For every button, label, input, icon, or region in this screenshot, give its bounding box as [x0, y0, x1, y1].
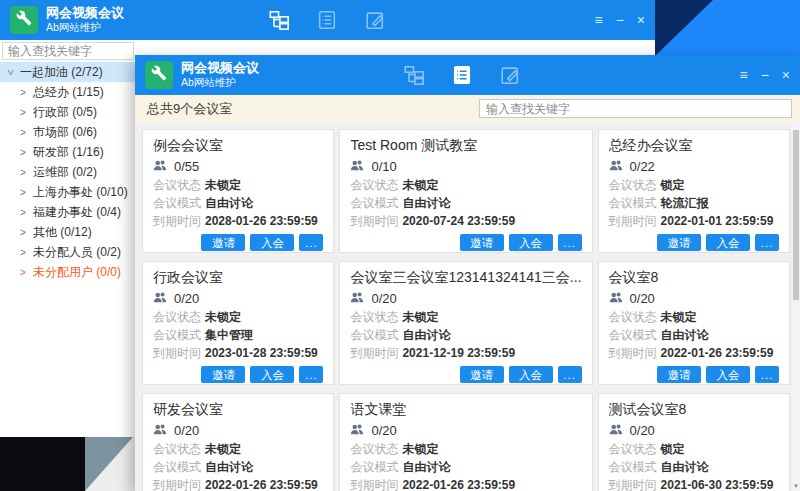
- invite-button[interactable]: 邀请: [657, 366, 701, 383]
- more-button[interactable]: ...: [558, 234, 582, 251]
- occupancy-count: 0/20: [174, 291, 199, 306]
- status-label: 会议状态: [350, 178, 402, 192]
- chevron-icon: >: [18, 187, 28, 198]
- tree-item[interactable]: > 运维部 (0/2): [0, 162, 135, 182]
- occupancy-count: 0/20: [371, 291, 396, 306]
- expire-value: 2022-01-01 23:59:59: [661, 214, 774, 228]
- tree-item[interactable]: > 行政部 (0/5): [0, 102, 135, 122]
- room-name: 总经办会议室: [609, 137, 779, 154]
- meeting-list-icon[interactable]: [451, 64, 473, 86]
- join-button[interactable]: 入会: [509, 366, 553, 383]
- tree-item[interactable]: > 上海办事处 (0/10): [0, 182, 135, 202]
- join-button[interactable]: 入会: [509, 234, 553, 251]
- chevron-icon: >: [5, 67, 16, 77]
- invite-button[interactable]: 邀请: [657, 234, 701, 251]
- invite-button[interactable]: 邀请: [460, 234, 504, 251]
- titlebar: 网会视频会议 Ab网站维护 ≡ − ×: [135, 55, 800, 95]
- edit-icon[interactable]: [364, 9, 386, 31]
- org-chart-icon[interactable]: [268, 9, 290, 31]
- mode-row: 会议模式 轮流汇报: [609, 196, 779, 210]
- mode-label: 会议模式: [350, 196, 402, 210]
- card-buttons: 邀请 入会 ...: [350, 366, 581, 383]
- card-buttons: 邀请 入会 ...: [609, 234, 779, 251]
- participants-icon: [153, 423, 167, 439]
- contact-search-input[interactable]: [2, 42, 134, 60]
- meeting-room-card: 行政会议室 0/20 会议状态 未锁定 会议模式 集中管理 到期时间 2023-…: [142, 261, 334, 385]
- close-button[interactable]: ×: [782, 55, 790, 95]
- expire-row: 到期时间 2021-06-30 23:59:59: [609, 478, 779, 491]
- mode-label: 会议模式: [350, 328, 402, 342]
- desktop-wallpaper: [655, 0, 800, 56]
- more-button[interactable]: ...: [755, 234, 779, 251]
- expire-value: 2028-01-26 23:59:59: [205, 214, 318, 228]
- status-value: 锁定: [661, 178, 685, 192]
- room-name: 语文课堂: [350, 401, 581, 418]
- card-buttons: 邀请 入会 ...: [153, 366, 323, 383]
- room-name: 会议室三会议室123141324141三会...: [350, 269, 581, 286]
- status-value: 未锁定: [205, 178, 241, 192]
- tree-item[interactable]: > 市场部 (0/6): [0, 122, 135, 142]
- tree-item[interactable]: > 一起加油 (2/72): [0, 62, 135, 82]
- wrench-icon: [16, 10, 32, 30]
- invite-button[interactable]: 邀请: [201, 234, 245, 251]
- occupancy-count: 0/10: [371, 159, 396, 174]
- join-button[interactable]: 入会: [706, 234, 750, 251]
- status-value: 未锁定: [402, 178, 438, 192]
- menu-button[interactable]: ≡: [739, 55, 747, 95]
- mode-label: 会议模式: [153, 460, 205, 474]
- more-button[interactable]: ...: [558, 366, 582, 383]
- tree-item[interactable]: > 其他 (0/12): [0, 222, 135, 242]
- scrollbar-thumb[interactable]: [793, 130, 799, 300]
- meeting-room-card: 例会会议室 0/55 会议状态 未锁定 会议模式 自由讨论 到期时间 2028-…: [142, 129, 334, 253]
- status-value: 未锁定: [402, 310, 438, 324]
- minimize-button[interactable]: −: [761, 55, 769, 95]
- room-card-grid: 例会会议室 0/55 会议状态 未锁定 会议模式 自由讨论 到期时间 2028-…: [142, 129, 790, 491]
- tree-item-label: 总经办 (1/15): [33, 84, 104, 101]
- org-chart-icon[interactable]: [403, 64, 425, 86]
- minimize-button[interactable]: −: [616, 0, 624, 40]
- close-button[interactable]: ×: [637, 0, 645, 40]
- app-subtitle: Ab网站维护: [181, 76, 259, 89]
- room-search-input[interactable]: [479, 99, 792, 118]
- titlebar-toolbar: [268, 9, 386, 31]
- status-label: 会议状态: [350, 442, 402, 456]
- mode-row: 会议模式 自由讨论: [609, 460, 779, 474]
- meeting-room-card: 总经办会议室 0/22 会议状态 锁定 会议模式 轮流汇报 到期时间 2022-…: [598, 129, 790, 253]
- scroll-down-arrow[interactable]: ▾: [792, 482, 800, 490]
- meeting-room-card: 测试会议室8 0/20 会议状态 锁定 会议模式 自由讨论 到期时间 2021-…: [598, 393, 790, 491]
- chevron-icon: >: [18, 267, 28, 278]
- chevron-icon: >: [18, 227, 28, 238]
- meeting-list-icon[interactable]: [316, 9, 338, 31]
- mode-value: 自由讨论: [402, 328, 450, 342]
- more-button[interactable]: ...: [299, 366, 323, 383]
- edit-icon[interactable]: [499, 64, 521, 86]
- expire-row: 到期时间 2022-01-26 23:59:59: [153, 478, 323, 491]
- expire-label: 到期时间: [153, 214, 205, 228]
- occupancy-count: 0/20: [630, 291, 655, 306]
- tree-item-label: 市场部 (0/6): [33, 124, 97, 141]
- tree-item[interactable]: > 研发部 (1/16): [0, 142, 135, 162]
- tree-item[interactable]: > 福建办事处 (0/4): [0, 202, 135, 222]
- status-row: 会议状态 未锁定: [153, 178, 323, 192]
- meeting-room-card: 语文课堂 0/20 会议状态 未锁定 会议模式 自由讨论 到期时间 2022-0…: [339, 393, 592, 491]
- wallpaper-triangle: [655, 0, 800, 56]
- app-title: 网会视频会议: [181, 59, 259, 76]
- status-row: 会议状态 未锁定: [609, 310, 779, 324]
- join-button[interactable]: 入会: [250, 234, 294, 251]
- join-button[interactable]: 入会: [706, 366, 750, 383]
- tree-item[interactable]: > 未分配用户 (0/0): [0, 262, 135, 282]
- more-button[interactable]: ...: [755, 366, 779, 383]
- status-label: 会议状态: [609, 310, 661, 324]
- tree-item[interactable]: > 未分配人员 (0/2): [0, 242, 135, 262]
- mode-value: 自由讨论: [661, 328, 709, 342]
- invite-button[interactable]: 邀请: [201, 366, 245, 383]
- vertical-scrollbar[interactable]: ▾: [792, 122, 800, 491]
- occupancy-count: 0/22: [630, 159, 655, 174]
- more-button[interactable]: ...: [299, 234, 323, 251]
- chevron-icon: >: [18, 247, 28, 258]
- menu-button[interactable]: ≡: [594, 0, 602, 40]
- invite-button[interactable]: 邀请: [460, 366, 504, 383]
- tree-item[interactable]: > 总经办 (1/15): [0, 82, 135, 102]
- join-button[interactable]: 入会: [250, 366, 294, 383]
- occupancy-count: 0/20: [630, 423, 655, 438]
